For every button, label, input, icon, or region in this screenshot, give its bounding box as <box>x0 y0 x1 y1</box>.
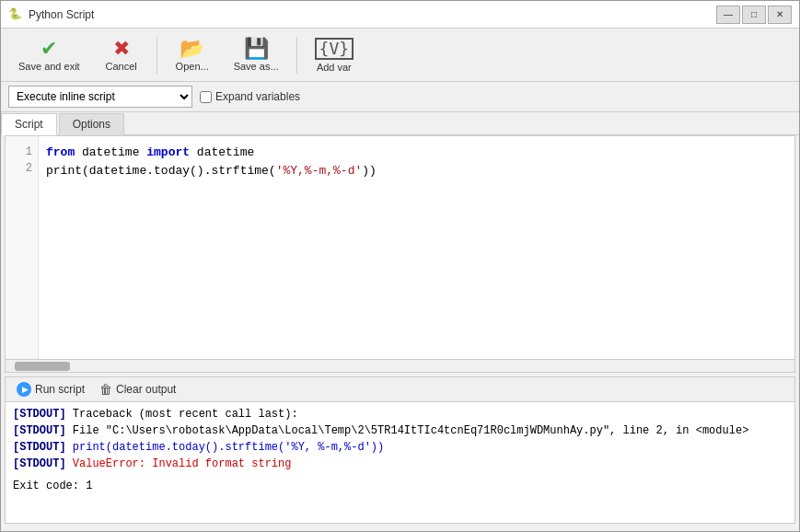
line-number-2: 2 <box>13 160 32 177</box>
line-number-1: 1 <box>13 144 32 160</box>
window-title: Python Script <box>29 8 94 21</box>
add-var-button[interactable]: {V} Add var <box>305 32 365 78</box>
output-line-1: [STDOUT] Traceback (most recent call las… <box>13 406 787 422</box>
line-numbers: 1 2 <box>6 136 39 359</box>
close-button[interactable]: ✕ <box>768 6 792 24</box>
editor-area: 1 2 from datetime import datetime print(… <box>5 135 795 373</box>
expand-variables-checkbox[interactable] <box>200 91 212 103</box>
script-type-dropdown[interactable]: Execute inline script Execute script fil… <box>8 86 192 108</box>
tabs-row: Script Options <box>1 112 799 135</box>
outer-container: 1 2 from datetime import datetime print(… <box>1 135 799 531</box>
output-toolbar: ▶ Run script 🗑 Clear output <box>6 377 794 402</box>
run-script-label: Run script <box>35 383 85 396</box>
controls-row: Execute inline script Execute script fil… <box>1 82 799 112</box>
title-bar: 🐍 Python Script — □ ✕ <box>1 1 799 29</box>
output-line-3: [STDOUT] print(datetime.today().strftime… <box>13 439 787 456</box>
output-area: ▶ Run script 🗑 Clear output [STDOUT] Tra… <box>5 376 795 524</box>
minimize-button[interactable]: — <box>716 6 740 24</box>
save-exit-button[interactable]: ✔ Save and exit <box>8 32 90 78</box>
add-var-label: Add var <box>317 62 352 73</box>
clear-output-button[interactable]: 🗑 Clear output <box>96 380 180 399</box>
code-content[interactable]: from datetime import datetime print(date… <box>39 136 794 359</box>
expand-variables-text: Expand variables <box>215 90 300 103</box>
open-button[interactable]: 📂 Open... <box>165 32 220 78</box>
toolbar-separator-1 <box>157 37 157 74</box>
stdout-label-1: [STDOUT] <box>13 408 66 421</box>
save-exit-label: Save and exit <box>18 61 80 72</box>
stdout-label-4: [STDOUT] <box>13 457 66 470</box>
add-var-icon: {V} <box>315 38 354 60</box>
toolbar: ✔ Save and exit ✖ Cancel 📂 Open... 💾 Sav… <box>1 29 799 82</box>
code-editor[interactable]: 1 2 from datetime import datetime print(… <box>6 136 794 359</box>
exit-code-line: Exit code: 1 <box>13 478 787 494</box>
cancel-button[interactable]: ✖ Cancel <box>94 32 149 78</box>
trash-icon: 🗑 <box>99 382 112 397</box>
stdout-label-3: [STDOUT] <box>13 441 66 454</box>
open-icon: 📂 <box>180 39 204 59</box>
save-exit-icon: ✔ <box>41 39 57 59</box>
tab-options[interactable]: Options <box>59 113 124 135</box>
open-label: Open... <box>176 61 209 72</box>
scrollbar-thumb[interactable] <box>15 362 70 371</box>
output-line-4: [STDOUT] ValueError: Invalid format stri… <box>13 456 787 472</box>
stdout-label-2: [STDOUT] <box>13 424 66 437</box>
run-icon: ▶ <box>17 382 31 397</box>
save-as-button[interactable]: 💾 Save as... <box>224 32 289 78</box>
save-as-icon: 💾 <box>244 39 269 59</box>
title-controls: — □ ✕ <box>716 6 792 24</box>
maximize-button[interactable]: □ <box>742 6 766 24</box>
title-bar-left: 🐍 Python Script <box>8 7 94 22</box>
output-line-2: [STDOUT] File "C:\Users\robotask\AppData… <box>13 422 787 439</box>
save-as-label: Save as... <box>234 61 279 72</box>
main-window: 🐍 Python Script — □ ✕ ✔ Save and exit ✖ … <box>0 0 800 532</box>
horizontal-scrollbar[interactable] <box>6 359 794 372</box>
cancel-label: Cancel <box>106 61 137 72</box>
error-text: ValueError: Invalid format string <box>73 457 292 470</box>
output-content: [STDOUT] Traceback (most recent call las… <box>6 402 794 523</box>
expand-variables-label[interactable]: Expand variables <box>200 90 300 103</box>
toolbar-separator-2 <box>296 37 297 74</box>
python-icon: 🐍 <box>8 7 23 22</box>
clear-output-label: Clear output <box>116 383 176 396</box>
cancel-icon: ✖ <box>113 39 130 59</box>
run-script-button[interactable]: ▶ Run script <box>13 380 88 399</box>
tab-script[interactable]: Script <box>1 113 57 135</box>
